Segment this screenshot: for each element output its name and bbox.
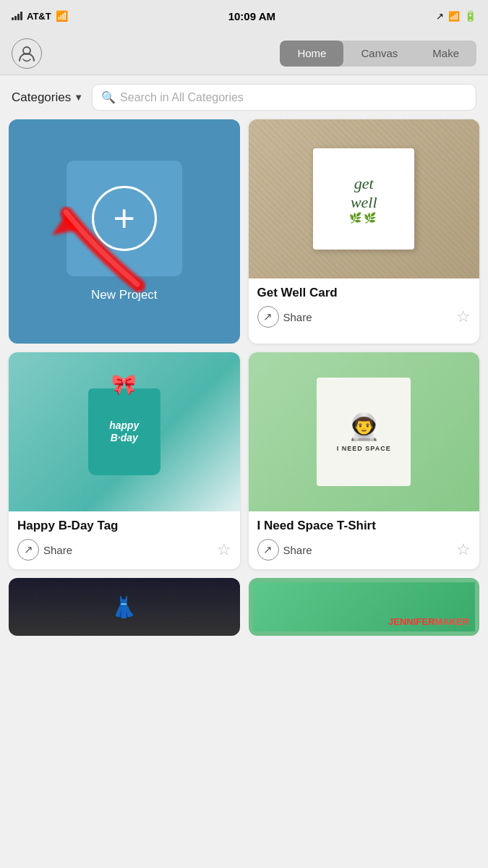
space-tshirt-title: I Need Space T-Shirt — [257, 519, 471, 533]
get-well-card-actions: ↗ Share ☆ — [257, 306, 471, 328]
bottom-teaser-left: 👗 — [9, 578, 240, 636]
space-share-button[interactable]: ↗ Share — [257, 539, 312, 561]
space-tshirt-card-body: I Need Space T-Shirt ↗ Share ☆ — [249, 511, 480, 569]
jennifermaker-brand: JENNIFERMAKER — [388, 616, 469, 627]
space-tshirt-card: 👨‍🚀 I NEED SPACE I Need Space T-Shirt ↗ … — [249, 352, 480, 569]
bday-tag-text: happyB·day — [109, 420, 139, 444]
categories-label: Categories — [12, 90, 71, 105]
tab-make[interactable]: Make — [415, 41, 476, 67]
get-well-card-body: Get Well Card ↗ Share ☆ — [249, 278, 480, 336]
bday-tag-image: 🎀 happyB·day — [9, 352, 240, 511]
status-bar: AT&T 📶 10:09 AM ↗ 📶 🔋 — [0, 0, 488, 32]
bluetooth-icon: 📶 — [448, 11, 460, 22]
new-project-label: New Project — [91, 288, 158, 302]
get-well-card-visual: getwell 🌿🌿 — [313, 148, 414, 250]
new-project-icon-area: + — [67, 161, 182, 276]
get-well-card-title: Get Well Card — [257, 286, 471, 300]
status-left: AT&T 📶 — [12, 10, 68, 22]
bday-share-button[interactable]: ↗ Share — [17, 539, 72, 561]
avatar-button[interactable] — [12, 38, 42, 69]
space-tshirt-text: I NEED SPACE — [337, 445, 391, 452]
get-well-card-image: getwell 🌿🌿 — [249, 119, 480, 278]
plus-icon: + — [114, 200, 135, 237]
share-circle-icon: ↗ — [17, 539, 39, 561]
get-well-share-button[interactable]: ↗ Share — [257, 306, 312, 328]
bottom-teaser-right: JENNIFERMAKER — [249, 578, 480, 636]
bow-icon: 🎀 — [111, 373, 137, 396]
share-circle-icon: ↗ — [257, 539, 279, 561]
jennifer-label: JENNIFER — [388, 616, 435, 627]
projects-grid: + New Project getwell 🌿🌿 — [0, 119, 488, 578]
wifi-icon: 📶 — [56, 10, 68, 22]
clothing-icon: 👗 — [111, 595, 137, 619]
get-well-share-label: Share — [283, 311, 312, 323]
get-well-favorite-button[interactable]: ☆ — [456, 307, 471, 326]
tshirt-visual: 👨‍🚀 I NEED SPACE — [317, 378, 411, 486]
status-time: 10:09 AM — [228, 10, 275, 22]
categories-button[interactable]: Categories ▼ — [12, 90, 83, 105]
location-icon: ↗ — [436, 11, 444, 22]
bday-bag-visual: 🎀 happyB·day — [88, 388, 160, 475]
tab-canvas[interactable]: Canvas — [343, 41, 415, 67]
status-right: ↗ 📶 🔋 — [436, 10, 476, 22]
chevron-down-icon: ▼ — [74, 92, 83, 103]
get-well-card: getwell 🌿🌿 Get Well Card ↗ Share ☆ — [249, 119, 480, 344]
leaf-decoration-icon: 🌿🌿 — [349, 212, 378, 224]
get-well-text: getwell — [351, 174, 377, 213]
search-icon: 🔍 — [101, 90, 116, 104]
search-placeholder: Search in All Categories — [120, 91, 244, 104]
search-input-wrap[interactable]: 🔍 Search in All Categories — [92, 84, 476, 111]
new-project-card[interactable]: + New Project — [9, 119, 240, 344]
search-bar: Categories ▼ 🔍 Search in All Categories — [0, 75, 488, 119]
carrier-label: AT&T — [27, 11, 51, 22]
space-share-label: Share — [283, 544, 312, 556]
bottom-teaser-row: 👗 JENNIFERMAKER — [0, 578, 488, 644]
bday-share-label: Share — [43, 544, 72, 556]
bday-tag-card: 🎀 happyB·day Happy B-Day Tag ↗ Share ☆ — [9, 352, 240, 569]
signal-bars-icon — [12, 12, 22, 20]
astronaut-icon: 👨‍🚀 — [348, 412, 380, 442]
space-tshirt-image: 👨‍🚀 I NEED SPACE — [249, 352, 480, 511]
space-tshirt-actions: ↗ Share ☆ — [257, 539, 471, 561]
maker-label: MAKER — [435, 616, 469, 627]
bday-tag-actions: ↗ Share ☆ — [17, 539, 231, 561]
bday-tag-title: Happy B-Day Tag — [17, 519, 231, 533]
battery-icon: 🔋 — [464, 10, 476, 22]
space-favorite-button[interactable]: ☆ — [456, 540, 471, 559]
bday-favorite-button[interactable]: ☆ — [217, 540, 231, 559]
plus-circle-icon: + — [92, 186, 157, 251]
nav-header: Home Canvas Make — [0, 32, 488, 75]
nav-tabs: Home Canvas Make — [280, 41, 476, 67]
share-circle-icon: ↗ — [257, 306, 279, 328]
bday-tag-card-body: Happy B-Day Tag ↗ Share ☆ — [9, 511, 240, 569]
tab-home[interactable]: Home — [280, 41, 343, 67]
